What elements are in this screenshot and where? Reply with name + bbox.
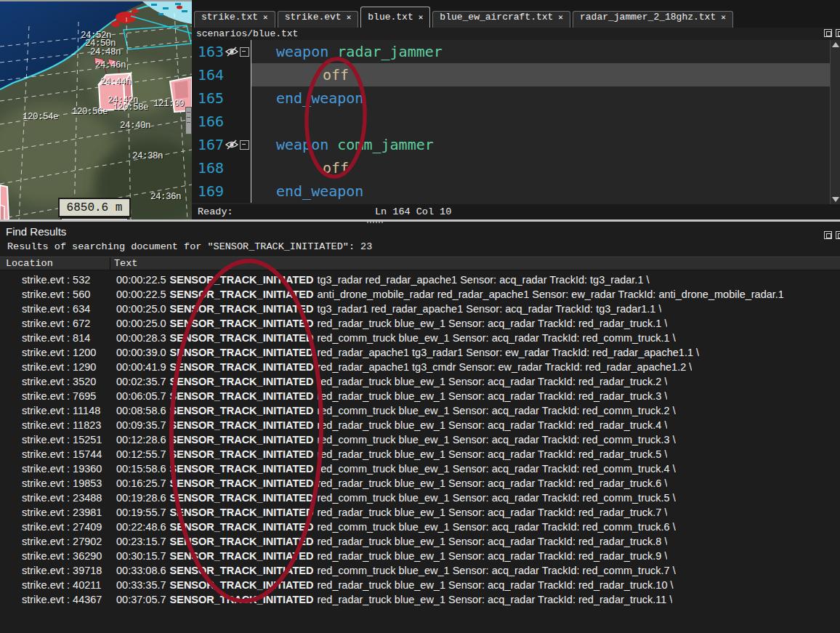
result-text: 00:19:28.6SENSOR_TRACK_INITIATEDred_comm… [110,491,676,505]
scroll-down-icon[interactable] [832,197,839,202]
gutter: 168 [192,156,251,180]
column-header-location[interactable]: Location [0,257,110,270]
result-row[interactable]: strike.evt : 3971800:33:08.6SENSOR_TRACK… [0,563,840,578]
result-location: strike.evt : 19853 [0,476,110,491]
result-timestamp: 00:37:05.7 [116,594,166,605]
fold-collapse-icon[interactable] [240,47,249,57]
tab-close-icon[interactable]: ✕ [263,13,268,22]
result-row[interactable]: strike.evt : 352000:02:35.7SENSOR_TRACK_… [0,374,840,389]
red-unit-model-left[interactable] [0,185,9,220]
token-val: off [323,159,349,177]
close-panel-icon[interactable] [836,231,840,239]
map-viewport[interactable]: 24:52n24:50n24:48n24:46n24:44n24:42n24:4… [0,1,192,220]
result-text: 00:02:35.7SENSOR_TRACK_INITIATEDred_rada… [110,374,667,389]
column-header-text[interactable]: Text [110,257,137,270]
gutter-icons [224,110,250,133]
code-editor[interactable]: 163 weapon radar_jammer164off165end_weap… [192,40,840,204]
panel-splitter[interactable] [0,219,840,222]
tab-strike.txt[interactable]: strike.txt✕ [194,11,275,28]
scroll-up-icon[interactable] [832,42,839,47]
result-row[interactable]: strike.evt : 4436700:37:05.7SENSOR_TRACK… [0,592,840,607]
result-timestamp: 00:12:28.6 [116,434,166,445]
result-row[interactable]: strike.evt : 1114800:08:58.6SENSOR_TRACK… [0,403,840,418]
lat-label: 24:48n [90,47,121,57]
result-row[interactable]: strike.evt : 129000:00:41.9SENSOR_TRACK_… [0,360,840,374]
tab-label: strike.txt [201,12,258,23]
result-detail: red_radar_truck blue_ew_1 Sensor: acq_ra… [317,376,667,387]
tab-close-icon[interactable]: ✕ [558,13,563,22]
result-timestamp: 00:00:25.0 [116,303,166,315]
result-location: strike.evt : 23981 [0,505,110,520]
result-row[interactable]: strike.evt : 56000:00:22.5SENSOR_TRACK_I… [0,287,840,302]
result-row[interactable]: strike.evt : 81400:00:28.3SENSOR_TRACK_I… [0,331,840,345]
float-window-icon[interactable] [824,231,832,239]
eye-hidden-icon[interactable] [225,47,239,57]
tab-blue_ew_aircraft.txt[interactable]: blue_ew_aircraft.txt✕ [432,11,570,28]
result-row[interactable]: strike.evt : 1525100:12:28.6SENSOR_TRACK… [0,432,840,447]
breadcrumb-path: scenarios/blue.txt [196,28,298,39]
result-row[interactable]: strike.evt : 53200:00:22.5SENSOR_TRACK_I… [0,273,840,287]
result-row[interactable]: strike.evt : 1985300:16:25.7SENSOR_TRACK… [0,476,840,491]
code-line-164[interactable]: 164off [192,63,840,86]
result-row[interactable]: strike.evt : 2348800:19:28.6SENSOR_TRACK… [0,491,840,505]
gutter-icons [224,180,250,203]
result-keyword: SENSOR_TRACK_INITIATED [170,536,314,547]
result-row[interactable]: strike.evt : 67200:00:25.0SENSOR_TRACK_I… [0,316,840,331]
tab-close-icon[interactable]: ✕ [419,13,424,22]
result-row[interactable]: strike.evt : 2740900:22:48.6SENSOR_TRACK… [0,520,840,534]
result-keyword: SENSOR_TRACK_INITIATED [170,376,314,387]
code-line-163[interactable]: 163 weapon radar_jammer [192,40,840,63]
eye-hidden-icon[interactable] [225,140,239,150]
result-text: 00:09:35.7SENSOR_TRACK_INITIATEDred_rada… [110,418,667,432]
result-location: strike.evt : 634 [0,302,110,316]
result-row[interactable]: strike.evt : 3629000:30:15.7SENSOR_TRACK… [0,549,840,563]
result-row[interactable]: strike.evt : 4021100:33:35.7SENSOR_TRACK… [0,578,840,592]
result-detail: tg3_radar1 red_radar_apache1 Sensor: acq… [317,303,661,315]
result-detail: red_radar_truck blue_ew_1 Sensor: acq_ra… [317,594,672,605]
result-detail: red_radar_truck blue_ew_1 Sensor: acq_ra… [317,579,673,591]
close-panel-icon[interactable] [836,29,840,37]
code-line-169[interactable]: 169end_weapon [192,180,840,203]
result-text: 00:23:15.7SENSOR_TRACK_INITIATEDred_rada… [110,534,667,549]
breadcrumb[interactable]: scenarios/blue.txt [192,28,840,40]
result-text: 00:30:15.7SENSOR_TRACK_INITIATEDred_rada… [110,549,667,563]
lat-label: 24:46n [95,60,126,70]
tab-blue.txt[interactable]: blue.txt✕ [360,7,430,28]
tab-label: blue.txt [368,12,413,23]
results-table-header: Location Text [0,257,840,270]
tab-close-icon[interactable]: ✕ [347,13,352,22]
code-line-166[interactable]: 166 [192,110,840,133]
lon-label: 120:54e [23,112,58,122]
result-row[interactable]: strike.evt : 1936000:15:58.6SENSOR_TRACK… [0,461,840,476]
tab-close-icon[interactable]: ✕ [721,13,726,22]
code-line-165[interactable]: 165end_weapon [192,86,840,110]
gutter-icons [224,86,250,110]
result-row[interactable]: strike.evt : 2790200:23:15.7SENSOR_TRACK… [0,534,840,549]
result-keyword: SENSOR_TRACK_INITIATED [170,390,314,402]
result-row[interactable]: strike.evt : 769500:06:05.7SENSOR_TRACK_… [0,389,840,403]
code-line-167[interactable]: 167 weapon comm_jammer [192,133,840,156]
result-row[interactable]: strike.evt : 2398100:19:55.7SENSOR_TRACK… [0,505,840,520]
result-timestamp: 00:00:22.5 [116,274,166,286]
code-line-168[interactable]: 168off [192,156,840,180]
result-row[interactable]: strike.evt : 1182300:09:35.7SENSOR_TRACK… [0,418,840,432]
result-keyword: SENSOR_TRACK_INITIATED [170,303,314,315]
tab-strike.evt[interactable]: strike.evt✕ [278,11,359,28]
map-edge-grip[interactable] [185,107,192,134]
lon-label: 120:56e [72,107,108,117]
code-text: weapon comm_jammer [251,133,830,156]
tab-radar_jammer_2_18ghz.txt[interactable]: radar_jammer_2_18ghz.txt✕ [573,11,733,28]
code-text: off [251,63,830,86]
result-text: 00:15:58.6SENSOR_TRACK_INITIATEDred_comm… [110,461,676,476]
fold-collapse-icon[interactable] [240,140,249,150]
result-row[interactable]: strike.evt : 63400:00:25.0SENSOR_TRACK_I… [0,302,840,316]
status-ready: Ready: [198,204,233,219]
result-row[interactable]: strike.evt : 120000:00:39.0SENSOR_TRACK_… [0,345,840,360]
editor-scrollbar[interactable] [830,40,840,204]
result-keyword: SENSOR_TRACK_INITIATED [170,405,314,416]
float-window-icon[interactable] [824,29,832,37]
result-keyword: SENSOR_TRACK_INITIATED [170,419,314,431]
token-kw: end_weapon [276,89,363,107]
result-row[interactable]: strike.evt : 1574400:12:55.7SENSOR_TRACK… [0,447,840,461]
splitter-grip-icon[interactable] [367,222,383,223]
